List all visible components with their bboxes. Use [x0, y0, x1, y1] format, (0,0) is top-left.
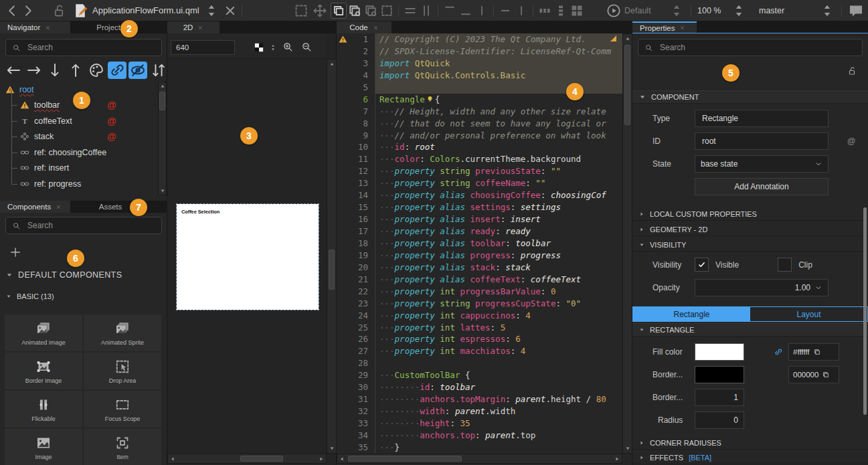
code-line[interactable]: 2// SPDX-License-Identifier: LicenseRef-… — [337, 45, 622, 58]
code-line[interactable]: 8···// that do not seem to have any logi… — [337, 118, 622, 130]
code-line[interactable]: 11···color: Colors.currentTheme.backgrou… — [337, 153, 622, 165]
close-icon[interactable] — [56, 204, 62, 210]
dist-strip-h-icon[interactable] — [537, 3, 553, 19]
tab-projects[interactable]: Projects — [70, 21, 151, 33]
section-geometry[interactable]: GEOMETRY - 2D — [632, 223, 868, 236]
reverse-order-icon[interactable] — [149, 62, 168, 79]
scroll-left-icon[interactable] — [169, 456, 176, 462]
lock-open-icon[interactable] — [51, 3, 67, 19]
code-line[interactable]: 19···property alias progress: progress — [337, 250, 622, 262]
component-animated-sprite[interactable]: Animated Sprite — [84, 314, 161, 351]
background-checker-icon[interactable] — [254, 43, 264, 52]
branch-selector[interactable]: master — [759, 6, 816, 15]
state-dropdown[interactable]: base state — [695, 155, 829, 173]
code-line[interactable]: 15···property alias settings: settings — [337, 201, 622, 213]
opacity-field[interactable]: 1.00 — [695, 279, 829, 296]
code-line[interactable]: 22···property int progressBarValue: 0 — [337, 286, 622, 298]
code-line[interactable]: 28 — [337, 357, 622, 369]
selection-frame-icon[interactable] — [293, 3, 309, 19]
line-bottom-icon[interactable] — [458, 3, 474, 19]
section-effects[interactable]: EFFECTS [BETA] — [632, 451, 868, 464]
copy-clock-icon[interactable] — [347, 3, 363, 19]
show-invisible-icon[interactable] — [128, 62, 147, 79]
code-vertical-scrollbar[interactable] — [622, 33, 632, 454]
navigator-search-input[interactable] — [26, 42, 155, 53]
component-drop-area[interactable]: Drop Area — [84, 353, 161, 389]
2d-vertical-scrollbar[interactable] — [327, 59, 337, 454]
component-item[interactable]: Item — [84, 429, 161, 465]
code-line[interactable]: 17···property alias ready: ready — [337, 225, 622, 238]
bar-mid-icon[interactable] — [474, 3, 490, 19]
subtab-rectangle[interactable]: Rectangle — [633, 307, 750, 321]
move-up-icon[interactable] — [66, 62, 85, 79]
run-button[interactable] — [606, 3, 622, 19]
close-icon[interactable] — [45, 25, 51, 31]
align-h-lines-icon[interactable] — [402, 3, 418, 19]
scroll-down-icon[interactable] — [624, 445, 631, 452]
section-default-components[interactable]: DEFAULT COMPONENTS — [0, 270, 167, 280]
code-line[interactable]: 4import QtQuick.Controls.Basic — [337, 70, 622, 82]
component-flickable[interactable]: Flickable — [5, 391, 82, 428]
background-spinner[interactable] — [269, 43, 277, 52]
code-line[interactable]: 10···id: root — [337, 141, 622, 153]
components-search-input[interactable] — [26, 220, 155, 231]
copy-clock-icon[interactable] — [363, 3, 379, 19]
id-field[interactable] — [695, 132, 829, 150]
code-line[interactable]: 24···property int cappuccinos: 4 — [337, 310, 622, 322]
frame-dashed-icon[interactable] — [379, 3, 395, 19]
close-icon[interactable] — [373, 25, 379, 31]
tree-item-ref-choosingcoffee[interactable]: ref: choosingCoffee — [0, 145, 158, 161]
tab-navigator[interactable]: Navigator — [0, 21, 70, 33]
open-document-name[interactable]: ApplicationFlowForm.ui.qml — [92, 5, 199, 15]
close-icon[interactable] — [197, 25, 203, 31]
type-input[interactable] — [701, 113, 822, 124]
scroll-right-icon[interactable] — [318, 456, 325, 462]
code-line[interactable]: 23···property string progressCupState: "… — [337, 298, 622, 310]
zoom-out-icon[interactable] — [301, 41, 312, 52]
branch-spinner[interactable] — [819, 3, 835, 19]
code-line[interactable]: 30········id: toolbar — [337, 381, 622, 393]
border-width-field[interactable]: 1 — [695, 389, 744, 406]
scroll-up-icon[interactable] — [159, 83, 166, 90]
annotation-at-badge[interactable]: @ — [107, 131, 116, 142]
scroll-up-icon[interactable] — [329, 61, 335, 68]
theme-palette-icon[interactable] — [87, 62, 106, 79]
lightbulb-icon[interactable] — [426, 95, 434, 104]
close-icon[interactable] — [679, 25, 685, 31]
kit-selector[interactable]: Default — [624, 6, 666, 15]
2d-horizontal-scrollbar[interactable] — [167, 454, 327, 464]
section-local-custom[interactable]: LOCAL CUSTOM PROPERTIES — [632, 207, 868, 221]
copy-icon[interactable] — [822, 371, 830, 379]
code-line[interactable]: 14···property alias choosingCoffee: choo… — [337, 189, 622, 201]
add-module-button[interactable] — [9, 246, 21, 258]
component-image[interactable]: Image — [5, 429, 82, 465]
code-line[interactable]: 27···property int macchiatos: 4 — [337, 345, 622, 357]
section-component[interactable]: COMPONENT — [632, 90, 868, 104]
scroll-right-icon[interactable] — [614, 456, 620, 462]
visible-checkbox[interactable] — [695, 258, 709, 272]
code-line[interactable]: 12···property string previousState: "" — [337, 165, 622, 177]
scroll-down-icon[interactable] — [329, 445, 335, 452]
tree-item-coffeetext[interactable]: TcoffeeText@ — [0, 113, 158, 129]
dist-strip-v-icon[interactable] — [553, 3, 569, 19]
id-input[interactable] — [701, 136, 822, 147]
properties-search-input[interactable] — [659, 42, 856, 53]
code-line[interactable]: 7···// Height, width and any other size … — [337, 106, 622, 118]
move-backward-icon[interactable] — [4, 62, 23, 79]
border-color-swatch[interactable] — [695, 366, 744, 383]
tree-item-ref-progress[interactable]: ref: progress — [0, 176, 158, 192]
section-rectangle[interactable]: RECTANGLE — [632, 323, 868, 337]
annotation-at-badge[interactable]: @ — [107, 100, 116, 110]
canvas-width-input[interactable] — [171, 40, 235, 55]
code-line[interactable]: 9···// and/or personal preference on wha… — [337, 130, 622, 142]
code-line[interactable]: 3import QtQuick — [337, 58, 622, 70]
copy-icon[interactable] — [331, 3, 347, 19]
lock-open-icon[interactable] — [847, 66, 857, 76]
border-hex-field[interactable]: 000000 — [788, 366, 839, 383]
scrollbar-thumb[interactable] — [240, 456, 283, 462]
tab-2d[interactable]: 2D — [167, 21, 220, 33]
radius-field[interactable]: 0 — [695, 411, 744, 429]
code-line[interactable]: 32········width: parent.width — [337, 405, 622, 417]
clip-checkbox[interactable] — [778, 258, 792, 272]
properties-scrollbar-thumb[interactable] — [863, 207, 867, 415]
